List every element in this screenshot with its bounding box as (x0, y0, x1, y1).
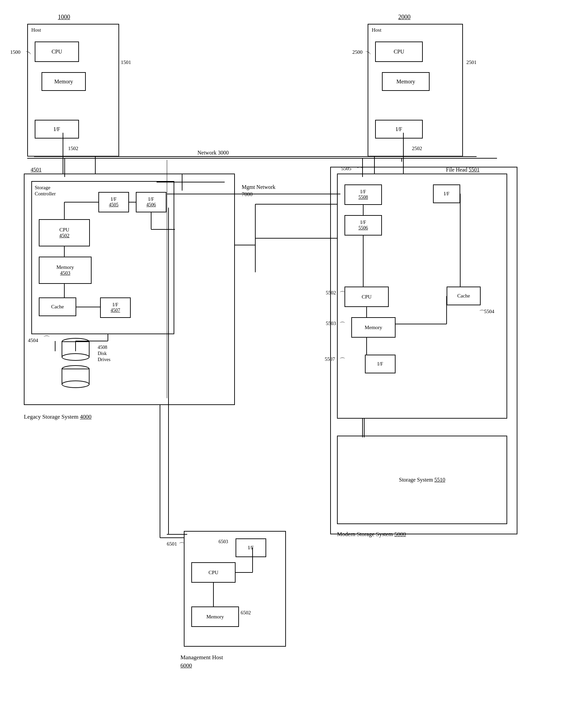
h2000-net-line (402, 157, 405, 174)
host1000-cpu-label: CPU (51, 49, 62, 55)
modern-5501-label: File Head 5501 (446, 167, 480, 173)
filehead-to-storage-line (361, 419, 364, 437)
host1000-1500-label: 1500 (10, 49, 20, 55)
host2000-cpu: CPU (375, 42, 423, 62)
mgmt-to-host-horiz (167, 533, 187, 536)
mgmt-lines (184, 532, 287, 647)
modern-system-label: Modern Storage System 5000 (337, 531, 406, 538)
host2000-to-network (386, 133, 420, 160)
host2000-2501-label: 2501 (466, 60, 477, 65)
modern-5505-label: 5505 (341, 166, 351, 172)
host1000-host-label: Host (31, 27, 41, 33)
legacy-4501-label: 4501 (31, 167, 42, 173)
host1000-if-label: I/F (54, 126, 60, 132)
host1000-1501-label: 1501 (121, 60, 131, 65)
host1000-cpu: CPU (35, 42, 79, 62)
mgmt-host-box: I/F 6503 CPU Memory 6502 (184, 531, 286, 647)
host1000-label: 1000 (58, 14, 70, 21)
mgmt-host-label: Management Host6000 (180, 653, 223, 670)
file-head-box: 5505 ⌒ I/F 5508 I/F I/F 5506 CPU Memory … (337, 174, 507, 419)
host2000-label: 2000 (398, 14, 411, 21)
host2000-cpu-label: CPU (394, 49, 404, 55)
net-to-modern (361, 158, 364, 177)
file-head-lines (338, 174, 508, 419)
host2000-2500-label: 2500 (352, 49, 363, 55)
host1000-memory: Memory (42, 72, 86, 91)
modern-5503-label: 5503 (326, 321, 336, 326)
modern-5502-label: 5502 (326, 290, 336, 296)
mgmt-host-6501-label: 6501 (167, 541, 177, 547)
modern-5507-label: 5507 (325, 356, 335, 362)
host2000-memory-label: Memory (396, 79, 415, 85)
storage-5510-label: Storage System 5510 (399, 477, 445, 483)
host1000-to-network (46, 133, 80, 160)
net-to-legacy (63, 158, 66, 177)
legacy-to-mgmt-line (157, 174, 225, 191)
mgmt-to-filehead-lines (167, 189, 340, 199)
legacy-system-label: Legacy Storage System 4000 (24, 414, 92, 420)
diagram: 1000 Host CPU Memory I/F 1500 ⌒ 1501 150… (0, 0, 578, 728)
host2000-host-label: Host (372, 27, 381, 33)
host2000-memory: Memory (382, 72, 430, 91)
host2000-if-label: I/F (396, 126, 402, 132)
storage-5510-box: Storage System 5510 (337, 436, 507, 524)
host1000-memory-label: Memory (54, 79, 73, 85)
mgmt-vert-line (167, 208, 170, 534)
